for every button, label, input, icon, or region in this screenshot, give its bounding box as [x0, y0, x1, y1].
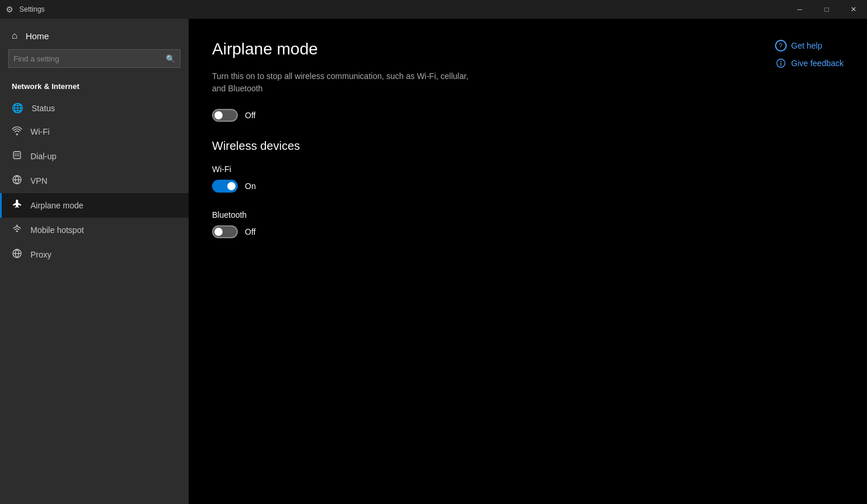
svg-point-2: [16, 153, 18, 155]
wifi-icon: [12, 125, 22, 138]
svg-point-3: [18, 153, 19, 155]
get-help-icon: ?: [775, 40, 787, 52]
sidebar-item-wifi-label: Wi-Fi: [30, 127, 50, 136]
sidebar: ⌂ Home 🔍 Network & Internet 🌐 Status Wi-…: [0, 19, 189, 504]
vpn-icon: [12, 174, 22, 187]
wifi-toggle-row: On: [212, 180, 844, 193]
sidebar-item-hotspot-label: Mobile hotspot: [30, 225, 84, 235]
sidebar-item-dialup-label: Dial-up: [30, 152, 56, 161]
sidebar-item-vpn[interactable]: VPN: [0, 169, 189, 193]
status-icon: 🌐: [12, 102, 23, 114]
sidebar-item-proxy[interactable]: Proxy: [0, 242, 189, 267]
airplane-icon: [12, 199, 22, 212]
give-feedback-label: Give feedback: [791, 59, 844, 68]
get-help-label: Get help: [791, 41, 822, 50]
dialup-icon: [12, 150, 22, 163]
help-panel: ? Get help Give feedback: [775, 40, 844, 69]
hotspot-icon: [12, 224, 22, 236]
bluetooth-device: Bluetooth Off: [212, 210, 844, 238]
sidebar-item-vpn-label: VPN: [30, 176, 47, 186]
sidebar-section-title: Network & Internet: [0, 76, 189, 97]
bluetooth-toggle-label: Off: [245, 227, 255, 236]
airplane-toggle-knob: [214, 111, 223, 119]
bluetooth-toggle-knob: [214, 228, 223, 236]
home-icon: ⌂: [12, 30, 18, 41]
wireless-section-heading: Wireless devices: [212, 139, 844, 153]
proxy-icon: [12, 248, 22, 261]
content-area: ? Get help Give feedback Airplane mode T…: [189, 19, 867, 504]
app-icon: ⚙: [6, 5, 13, 14]
sidebar-item-dialup[interactable]: Dial-up: [0, 144, 189, 169]
sidebar-item-airplane-label: Airplane mode: [30, 201, 83, 210]
sidebar-home-button[interactable]: ⌂ Home: [0, 19, 189, 49]
close-button[interactable]: ✕: [840, 0, 867, 19]
wifi-device: Wi-Fi On: [212, 164, 844, 193]
give-feedback-link[interactable]: Give feedback: [775, 57, 844, 69]
minimize-button[interactable]: ─: [786, 0, 813, 19]
page-title: Airplane mode: [212, 40, 844, 59]
titlebar: ⚙ Settings ─ □ ✕: [0, 0, 867, 19]
sidebar-item-hotspot[interactable]: Mobile hotspot: [0, 218, 189, 242]
airplane-toggle-row: Off: [212, 109, 844, 122]
svg-point-4: [15, 155, 16, 156]
sidebar-search-container: 🔍: [8, 49, 180, 68]
svg-point-13: [780, 61, 781, 62]
bluetooth-device-label: Bluetooth: [212, 210, 844, 220]
page-description: Turn this on to stop all wireless commun…: [212, 70, 470, 95]
sidebar-item-status[interactable]: 🌐 Status: [0, 97, 189, 119]
bluetooth-toggle[interactable]: [212, 225, 238, 238]
sidebar-item-proxy-label: Proxy: [30, 250, 52, 259]
svg-point-1: [15, 153, 16, 155]
window-controls: ─ □ ✕: [786, 0, 867, 19]
svg-point-6: [18, 155, 19, 156]
airplane-toggle-label: Off: [245, 111, 255, 120]
search-icon: 🔍: [166, 54, 175, 63]
wifi-toggle-knob: [227, 182, 235, 190]
feedback-icon: [775, 57, 787, 69]
wifi-toggle-label: On: [245, 181, 256, 191]
get-help-link[interactable]: ? Get help: [775, 40, 844, 52]
sidebar-item-status-label: Status: [32, 104, 55, 113]
sidebar-home-label: Home: [26, 31, 49, 41]
sidebar-item-airplane[interactable]: Airplane mode: [0, 193, 189, 218]
wifi-device-label: Wi-Fi: [212, 164, 844, 174]
search-input[interactable]: [13, 54, 162, 63]
bluetooth-toggle-row: Off: [212, 225, 844, 238]
wifi-toggle[interactable]: [212, 180, 238, 193]
maximize-button[interactable]: □: [813, 0, 840, 19]
svg-point-9: [16, 231, 18, 232]
svg-point-5: [16, 155, 18, 156]
airplane-toggle[interactable]: [212, 109, 238, 122]
app-title: Settings: [19, 5, 45, 13]
sidebar-item-wifi[interactable]: Wi-Fi: [0, 119, 189, 144]
app-container: ⌂ Home 🔍 Network & Internet 🌐 Status Wi-…: [0, 19, 867, 504]
